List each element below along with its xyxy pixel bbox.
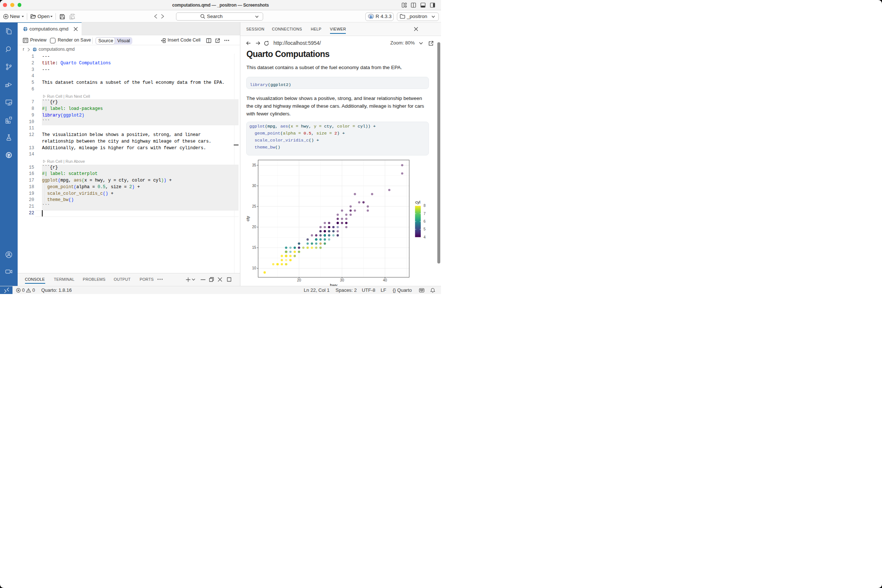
svg-text:cty: cty — [246, 216, 250, 221]
svg-text:hwy: hwy — [330, 283, 338, 286]
svg-text:8: 8 — [423, 204, 426, 208]
svg-text:R: R — [369, 14, 373, 20]
svg-text:20: 20 — [297, 278, 302, 282]
svg-text:20: 20 — [252, 225, 256, 229]
svg-text:25: 25 — [252, 204, 256, 208]
svg-text:35: 35 — [252, 163, 256, 167]
svg-text:30: 30 — [252, 184, 256, 188]
svg-text:4: 4 — [423, 235, 426, 239]
svg-text:10: 10 — [252, 266, 256, 270]
svg-text:6: 6 — [423, 219, 426, 224]
svg-text:40: 40 — [383, 278, 387, 282]
svg-text:5: 5 — [423, 227, 426, 231]
svg-text:15: 15 — [252, 246, 256, 249]
svg-text:30: 30 — [340, 278, 344, 282]
svg-text:7: 7 — [423, 212, 426, 216]
svg-text:cyl: cyl — [415, 200, 420, 204]
